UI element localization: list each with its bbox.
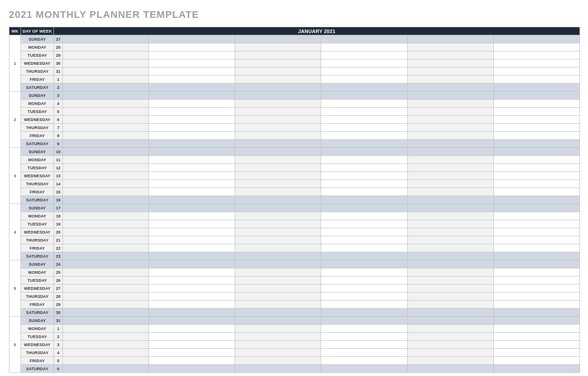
entry-cell[interactable]: [63, 148, 149, 156]
entry-cell[interactable]: [149, 349, 235, 357]
entry-cell[interactable]: [149, 341, 235, 349]
entry-cell[interactable]: [493, 100, 580, 108]
entry-cell[interactable]: [407, 220, 493, 228]
entry-cell[interactable]: [493, 276, 580, 284]
entry-cell[interactable]: [493, 349, 580, 357]
entry-cell[interactable]: [63, 92, 149, 100]
entry-cell[interactable]: [321, 220, 407, 228]
entry-cell[interactable]: [235, 196, 321, 204]
entry-cell[interactable]: [407, 276, 493, 284]
entry-cell[interactable]: [149, 260, 235, 268]
entry-cell[interactable]: [63, 268, 149, 276]
entry-cell[interactable]: [235, 341, 321, 349]
entry-cell[interactable]: [235, 365, 321, 373]
entry-cell[interactable]: [493, 156, 580, 164]
entry-cell[interactable]: [407, 172, 493, 180]
entry-cell[interactable]: [235, 204, 321, 212]
entry-cell[interactable]: [493, 108, 580, 116]
entry-cell[interactable]: [407, 212, 493, 220]
entry-cell[interactable]: [63, 309, 149, 317]
entry-cell[interactable]: [407, 349, 493, 357]
entry-cell[interactable]: [493, 244, 580, 252]
entry-cell[interactable]: [149, 116, 235, 124]
entry-cell[interactable]: [407, 292, 493, 301]
entry-cell[interactable]: [235, 317, 321, 325]
entry-cell[interactable]: [407, 108, 493, 116]
entry-cell[interactable]: [407, 148, 493, 156]
entry-cell[interactable]: [63, 100, 149, 108]
entry-cell[interactable]: [63, 236, 149, 244]
entry-cell[interactable]: [321, 67, 407, 75]
entry-cell[interactable]: [235, 260, 321, 268]
entry-cell[interactable]: [149, 180, 235, 188]
entry-cell[interactable]: [321, 196, 407, 204]
entry-cell[interactable]: [321, 116, 407, 124]
entry-cell[interactable]: [407, 100, 493, 108]
entry-cell[interactable]: [63, 212, 149, 220]
entry-cell[interactable]: [235, 357, 321, 365]
entry-cell[interactable]: [493, 67, 580, 75]
entry-cell[interactable]: [321, 349, 407, 357]
entry-cell[interactable]: [149, 325, 235, 333]
entry-cell[interactable]: [63, 84, 149, 92]
entry-cell[interactable]: [149, 100, 235, 108]
entry-cell[interactable]: [407, 301, 493, 309]
entry-cell[interactable]: [149, 317, 235, 325]
entry-cell[interactable]: [407, 59, 493, 67]
entry-cell[interactable]: [149, 140, 235, 148]
entry-cell[interactable]: [63, 140, 149, 148]
entry-cell[interactable]: [63, 260, 149, 268]
entry-cell[interactable]: [149, 51, 235, 59]
entry-cell[interactable]: [321, 172, 407, 180]
entry-cell[interactable]: [321, 301, 407, 309]
entry-cell[interactable]: [235, 301, 321, 309]
entry-cell[interactable]: [407, 236, 493, 244]
entry-cell[interactable]: [63, 35, 149, 43]
entry-cell[interactable]: [63, 317, 149, 325]
entry-cell[interactable]: [407, 204, 493, 212]
entry-cell[interactable]: [149, 124, 235, 132]
entry-cell[interactable]: [235, 124, 321, 132]
entry-cell[interactable]: [407, 268, 493, 276]
entry-cell[interactable]: [149, 148, 235, 156]
entry-cell[interactable]: [63, 220, 149, 228]
entry-cell[interactable]: [407, 84, 493, 92]
entry-cell[interactable]: [149, 220, 235, 228]
entry-cell[interactable]: [407, 51, 493, 59]
entry-cell[interactable]: [321, 156, 407, 164]
entry-cell[interactable]: [149, 365, 235, 373]
entry-cell[interactable]: [493, 75, 580, 84]
entry-cell[interactable]: [63, 276, 149, 284]
entry-cell[interactable]: [493, 268, 580, 276]
entry-cell[interactable]: [321, 357, 407, 365]
entry-cell[interactable]: [407, 116, 493, 124]
entry-cell[interactable]: [63, 244, 149, 252]
entry-cell[interactable]: [493, 365, 580, 373]
entry-cell[interactable]: [149, 309, 235, 317]
entry-cell[interactable]: [235, 325, 321, 333]
entry-cell[interactable]: [235, 180, 321, 188]
entry-cell[interactable]: [407, 75, 493, 84]
entry-cell[interactable]: [493, 51, 580, 59]
entry-cell[interactable]: [235, 84, 321, 92]
entry-cell[interactable]: [493, 132, 580, 140]
entry-cell[interactable]: [407, 188, 493, 196]
entry-cell[interactable]: [321, 212, 407, 220]
entry-cell[interactable]: [321, 252, 407, 260]
entry-cell[interactable]: [63, 124, 149, 132]
entry-cell[interactable]: [321, 317, 407, 325]
entry-cell[interactable]: [407, 67, 493, 75]
entry-cell[interactable]: [235, 292, 321, 301]
entry-cell[interactable]: [149, 292, 235, 301]
entry-cell[interactable]: [235, 156, 321, 164]
entry-cell[interactable]: [493, 140, 580, 148]
entry-cell[interactable]: [235, 75, 321, 84]
entry-cell[interactable]: [493, 116, 580, 124]
entry-cell[interactable]: [493, 357, 580, 365]
entry-cell[interactable]: [407, 260, 493, 268]
entry-cell[interactable]: [493, 164, 580, 172]
entry-cell[interactable]: [235, 132, 321, 140]
entry-cell[interactable]: [321, 43, 407, 51]
entry-cell[interactable]: [63, 196, 149, 204]
entry-cell[interactable]: [321, 75, 407, 84]
